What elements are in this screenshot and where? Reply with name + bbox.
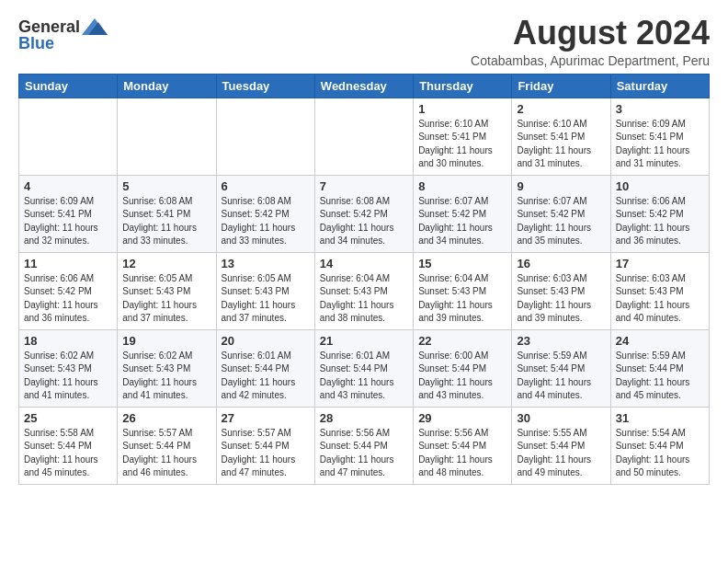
day-info: Sunrise: 6:10 AM Sunset: 5:41 PM Dayligh… — [517, 118, 605, 171]
day-info: Sunrise: 5:59 AM Sunset: 5:44 PM Dayligh… — [517, 350, 605, 403]
calendar-day-5: 5Sunrise: 6:08 AM Sunset: 5:41 PM Daylig… — [118, 175, 216, 252]
calendar-day-25: 25Sunrise: 5:58 AM Sunset: 5:44 PM Dayli… — [19, 407, 118, 484]
day-header-monday: Monday — [118, 74, 216, 98]
day-info: Sunrise: 6:08 AM Sunset: 5:41 PM Dayligh… — [122, 195, 210, 248]
calendar-day-22: 22Sunrise: 6:00 AM Sunset: 5:44 PM Dayli… — [414, 329, 512, 407]
day-number: 23 — [517, 334, 605, 348]
calendar-day-19: 19Sunrise: 6:02 AM Sunset: 5:43 PM Dayli… — [118, 329, 216, 407]
day-number: 15 — [418, 257, 506, 270]
calendar-day-14: 14Sunrise: 6:04 AM Sunset: 5:43 PM Dayli… — [314, 252, 413, 329]
calendar-week-row: 25Sunrise: 5:58 AM Sunset: 5:44 PM Dayli… — [19, 407, 710, 484]
day-info: Sunrise: 6:10 AM Sunset: 5:41 PM Dayligh… — [418, 118, 506, 171]
day-info: Sunrise: 6:02 AM Sunset: 5:43 PM Dayligh… — [122, 350, 210, 403]
day-number: 1 — [418, 102, 506, 116]
day-number: 22 — [418, 334, 506, 348]
day-info: Sunrise: 5:56 AM Sunset: 5:44 PM Dayligh… — [320, 427, 408, 480]
calendar-day-17: 17Sunrise: 6:03 AM Sunset: 5:43 PM Dayli… — [610, 252, 709, 329]
calendar-day-20: 20Sunrise: 6:01 AM Sunset: 5:44 PM Dayli… — [216, 329, 314, 407]
day-number: 10 — [616, 179, 704, 193]
day-header-thursday: Thursday — [414, 74, 512, 98]
calendar-day-13: 13Sunrise: 6:05 AM Sunset: 5:43 PM Dayli… — [216, 252, 314, 329]
calendar-header-row: SundayMondayTuesdayWednesdayThursdayFrid… — [19, 74, 710, 98]
day-number: 28 — [320, 411, 408, 425]
day-number: 20 — [222, 334, 310, 348]
day-header-friday: Friday — [512, 74, 610, 98]
calendar-day-28: 28Sunrise: 5:56 AM Sunset: 5:44 PM Dayli… — [314, 407, 413, 484]
day-number: 3 — [616, 102, 704, 116]
day-number: 6 — [222, 179, 310, 193]
calendar-day-26: 26Sunrise: 5:57 AM Sunset: 5:44 PM Dayli… — [118, 407, 216, 484]
day-header-tuesday: Tuesday — [216, 74, 314, 98]
day-number: 18 — [24, 334, 112, 348]
calendar-table: SundayMondayTuesdayWednesdayThursdayFrid… — [18, 74, 710, 485]
day-info: Sunrise: 6:03 AM Sunset: 5:43 PM Dayligh… — [616, 272, 704, 326]
day-header-wednesday: Wednesday — [314, 74, 413, 98]
calendar-empty-cell — [19, 98, 118, 175]
day-number: 7 — [320, 179, 408, 193]
day-info: Sunrise: 6:07 AM Sunset: 5:42 PM Dayligh… — [517, 195, 605, 248]
day-number: 31 — [616, 411, 704, 425]
calendar-day-9: 9Sunrise: 6:07 AM Sunset: 5:42 PM Daylig… — [512, 175, 610, 252]
calendar-day-23: 23Sunrise: 5:59 AM Sunset: 5:44 PM Dayli… — [512, 329, 610, 407]
day-number: 11 — [24, 257, 112, 270]
logo-icon — [82, 18, 108, 35]
day-number: 13 — [222, 257, 310, 270]
calendar-week-row: 1Sunrise: 6:10 AM Sunset: 5:41 PM Daylig… — [19, 98, 710, 175]
day-number: 2 — [517, 102, 605, 116]
calendar-day-6: 6Sunrise: 6:08 AM Sunset: 5:42 PM Daylig… — [216, 175, 314, 252]
calendar-day-1: 1Sunrise: 6:10 AM Sunset: 5:41 PM Daylig… — [414, 98, 512, 175]
calendar-week-row: 4Sunrise: 6:09 AM Sunset: 5:41 PM Daylig… — [19, 175, 710, 252]
day-info: Sunrise: 6:06 AM Sunset: 5:42 PM Dayligh… — [24, 272, 112, 326]
location-subtitle: Cotabambas, Apurimac Department, Peru — [471, 53, 710, 68]
calendar-day-7: 7Sunrise: 6:08 AM Sunset: 5:42 PM Daylig… — [314, 175, 413, 252]
calendar-day-3: 3Sunrise: 6:09 AM Sunset: 5:41 PM Daylig… — [610, 98, 709, 175]
day-number: 16 — [517, 257, 605, 270]
day-info: Sunrise: 6:04 AM Sunset: 5:43 PM Dayligh… — [320, 272, 408, 326]
day-header-sunday: Sunday — [19, 74, 118, 98]
calendar-day-29: 29Sunrise: 5:56 AM Sunset: 5:44 PM Dayli… — [414, 407, 512, 484]
day-number: 5 — [122, 179, 210, 193]
calendar-day-24: 24Sunrise: 5:59 AM Sunset: 5:44 PM Dayli… — [610, 329, 709, 407]
calendar-day-4: 4Sunrise: 6:09 AM Sunset: 5:41 PM Daylig… — [19, 175, 118, 252]
day-info: Sunrise: 6:01 AM Sunset: 5:44 PM Dayligh… — [320, 350, 408, 403]
day-info: Sunrise: 5:59 AM Sunset: 5:44 PM Dayligh… — [616, 350, 704, 403]
day-info: Sunrise: 6:06 AM Sunset: 5:42 PM Dayligh… — [616, 195, 704, 248]
day-info: Sunrise: 6:05 AM Sunset: 5:43 PM Dayligh… — [222, 272, 310, 326]
day-number: 17 — [616, 257, 704, 270]
day-info: Sunrise: 6:09 AM Sunset: 5:41 PM Dayligh… — [616, 118, 704, 171]
day-info: Sunrise: 6:04 AM Sunset: 5:43 PM Dayligh… — [418, 272, 506, 326]
calendar-week-row: 11Sunrise: 6:06 AM Sunset: 5:42 PM Dayli… — [19, 252, 710, 329]
day-info: Sunrise: 6:08 AM Sunset: 5:42 PM Dayligh… — [222, 195, 310, 248]
day-number: 24 — [616, 334, 704, 348]
calendar-day-31: 31Sunrise: 5:54 AM Sunset: 5:44 PM Dayli… — [610, 407, 709, 484]
calendar-day-21: 21Sunrise: 6:01 AM Sunset: 5:44 PM Dayli… — [314, 329, 413, 407]
day-info: Sunrise: 6:01 AM Sunset: 5:44 PM Dayligh… — [222, 350, 310, 403]
calendar-day-10: 10Sunrise: 6:06 AM Sunset: 5:42 PM Dayli… — [610, 175, 709, 252]
day-info: Sunrise: 6:05 AM Sunset: 5:43 PM Dayligh… — [122, 272, 210, 326]
day-number: 8 — [418, 179, 506, 193]
day-info: Sunrise: 5:57 AM Sunset: 5:44 PM Dayligh… — [122, 427, 210, 480]
day-number: 25 — [24, 411, 112, 425]
calendar-week-row: 18Sunrise: 6:02 AM Sunset: 5:43 PM Dayli… — [19, 329, 710, 407]
day-header-saturday: Saturday — [610, 74, 709, 98]
day-number: 12 — [122, 257, 210, 270]
month-title: August 2024 — [471, 15, 710, 52]
page-header: General Blue August 2024 Cotabambas, Apu… — [18, 15, 710, 68]
calendar-day-16: 16Sunrise: 6:03 AM Sunset: 5:43 PM Dayli… — [512, 252, 610, 329]
title-section: August 2024 Cotabambas, Apurimac Departm… — [471, 15, 710, 68]
day-number: 30 — [517, 411, 605, 425]
day-info: Sunrise: 5:54 AM Sunset: 5:44 PM Dayligh… — [616, 427, 704, 480]
calendar-empty-cell — [216, 98, 314, 175]
day-number: 4 — [24, 179, 112, 193]
day-number: 19 — [122, 334, 210, 348]
day-info: Sunrise: 5:56 AM Sunset: 5:44 PM Dayligh… — [418, 427, 506, 480]
calendar-day-2: 2Sunrise: 6:10 AM Sunset: 5:41 PM Daylig… — [512, 98, 610, 175]
day-number: 27 — [222, 411, 310, 425]
calendar-day-18: 18Sunrise: 6:02 AM Sunset: 5:43 PM Dayli… — [19, 329, 118, 407]
logo-blue-text: Blue — [18, 35, 54, 52]
calendar-day-12: 12Sunrise: 6:05 AM Sunset: 5:43 PM Dayli… — [118, 252, 216, 329]
calendar-day-8: 8Sunrise: 6:07 AM Sunset: 5:42 PM Daylig… — [414, 175, 512, 252]
day-number: 9 — [517, 179, 605, 193]
day-info: Sunrise: 6:02 AM Sunset: 5:43 PM Dayligh… — [24, 350, 112, 403]
day-number: 21 — [320, 334, 408, 348]
